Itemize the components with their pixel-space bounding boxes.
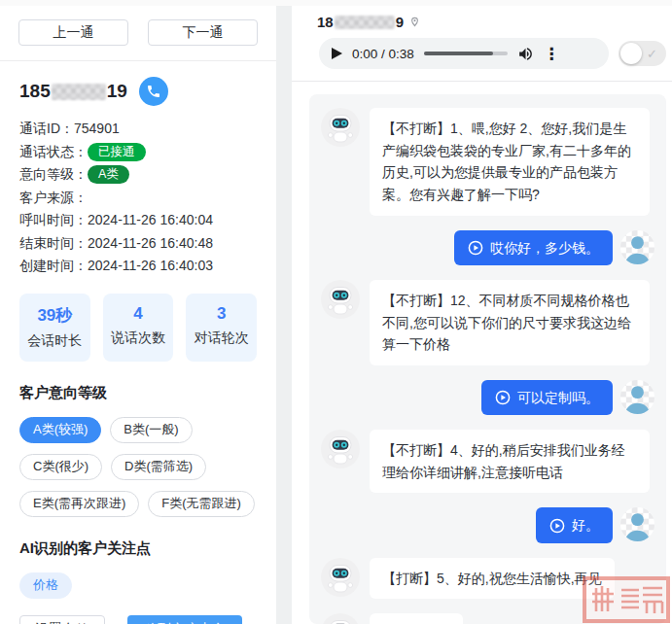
stat-value: 39秒 — [19, 304, 90, 327]
message-text: 可以定制吗。 — [517, 389, 599, 406]
phone-number: 185 19 — [19, 81, 127, 102]
phone-mosaic — [52, 84, 106, 100]
stat-label: 说话次数 — [103, 329, 174, 347]
intent-tag[interactable]: B类(一般) — [110, 417, 192, 443]
next-call-button[interactable]: 下一通 — [148, 19, 258, 46]
audio-play-button[interactable] — [332, 48, 342, 59]
chat-message: 【不打断】12、不同材质不同规格价格也不同,您可以说下你们的尺寸要求我这边给算一… — [321, 280, 654, 365]
header-phone-mosaic — [335, 16, 395, 29]
detail-value: 2024-11-26 16:40:04 — [88, 209, 213, 232]
intent-heading: 客户意向等级 — [19, 384, 257, 402]
detail-label: 呼叫时间： — [19, 209, 88, 232]
header-phone-number: 18 9 — [317, 14, 404, 30]
intent-tag[interactable]: C类(很少) — [19, 454, 102, 480]
stat-card: 39秒会话时长 — [19, 294, 90, 362]
status-badge: 已接通 — [88, 143, 146, 161]
audio-progress-fill — [424, 52, 493, 55]
focus-tag: 价格 — [19, 572, 72, 599]
detail-row: 意向等级：A类 — [19, 163, 257, 187]
chat-transcript: 【不打断】1、喂,您好 2、您好,我们是生产编织袋包装袋的专业厂家,有二十多年的… — [309, 94, 666, 624]
audio-time: 0:00 / 0:38 — [352, 47, 414, 61]
prev-call-button[interactable]: 上一通 — [18, 19, 128, 46]
stat-card: 3对话轮次 — [186, 294, 257, 362]
move-to-customer-center-button[interactable]: 移到客户中心 — [127, 615, 242, 624]
message-bubble: 【打断】5、好的,祝您生活愉快,再见 — [370, 558, 615, 600]
message-bubble: 【不打断】1、喂,您好 2、您好,我们是生产编织袋包装袋的专业厂家,有二十多年的… — [370, 108, 650, 216]
phone-prefix: 185 — [19, 81, 51, 102]
volume-icon[interactable] — [517, 46, 534, 62]
stat-label: 会话时长 — [19, 332, 90, 350]
message-text: 哎你好，多少钱。 — [490, 239, 599, 257]
detail-label: 通话状态： — [19, 141, 88, 164]
call-button[interactable] — [139, 77, 168, 106]
intent-tag-list: A类(较强)B类(一般)C类(很少)D类(需筛选)E类(需再次跟进)F类(无需跟… — [19, 417, 257, 517]
detail-row: 结束时间：2024-11-26 16:40:48 — [19, 232, 257, 256]
robot-avatar — [321, 280, 360, 319]
detail-row: 通话状态：已接通 — [19, 141, 257, 164]
detail-label: 结束时间： — [19, 232, 88, 256]
header-phone-suffix: 9 — [396, 14, 404, 30]
chat-message: 好。 — [321, 507, 654, 542]
audio-menu-icon[interactable]: ⋮ — [544, 46, 560, 62]
call-detail-panel: 上一通 下一通 185 19 通话ID：754901通话状态：已接通意向等级：A… — [0, 0, 276, 624]
call-nav-buttons: 上一通 下一通 — [0, 19, 276, 46]
chat-message: 哎你好，多少钱。 — [321, 230, 654, 265]
call-review-window: 上一通 下一通 185 19 通话ID：754901通话状态：已接通意向等级：A… — [0, 0, 672, 624]
toggle-check-icon: ✓ — [647, 47, 657, 61]
stat-label: 对话轮次 — [186, 329, 257, 347]
phone-icon — [146, 84, 161, 99]
intent-tag[interactable]: A类(较强) — [19, 417, 101, 443]
detail-value: 754901 — [74, 118, 120, 141]
focus-tag-list: 价格 — [19, 572, 257, 599]
message-bubble: 【不打断】12、不同材质不同规格价格也不同,您可以说下你们的尺寸要求我这边给算一… — [370, 280, 650, 365]
message-bubble[interactable]: 可以定制吗。 — [481, 380, 613, 415]
message-text: 好。 — [572, 516, 599, 534]
play-audio-icon[interactable] — [495, 390, 511, 405]
status-badge: A类 — [88, 165, 129, 184]
conversation-header: 18 9 — [292, 12, 672, 36]
robot-avatar — [321, 430, 360, 468]
audio-row: 0:00 / 0:38 ⋮ ✓ — [292, 36, 672, 81]
detail-row: 客户来源： — [19, 187, 257, 210]
set-valid-button[interactable]: 设置有效 — [19, 615, 105, 624]
detail-row: 呼叫时间：2024-11-26 16:40:04 — [19, 209, 257, 232]
toggle-knob — [620, 43, 642, 64]
intent-tag[interactable]: D类(需筛选) — [111, 454, 206, 480]
intent-tag[interactable]: F类(无需跟进) — [148, 491, 255, 517]
detail-label: 意向等级： — [19, 163, 88, 187]
message-bubble[interactable]: 好。 — [536, 507, 613, 542]
detail-value: 2024-11-26 16:40:03 — [88, 255, 213, 278]
detail-row: 创建时间：2024-11-26 16:40:03 — [19, 255, 257, 278]
detail-value: 2024-11-26 16:40:48 — [88, 232, 213, 256]
chat-message: 可以定制吗。 — [321, 380, 654, 415]
user-avatar — [620, 507, 654, 541]
message-bubble: 机器人挂机 — [370, 613, 463, 624]
detail-label: 创建时间： — [19, 255, 88, 278]
user-avatar — [620, 230, 654, 264]
chat-message: 机器人挂机 — [321, 613, 654, 624]
focus-heading: AI识别的客户关注点 — [19, 539, 257, 558]
stat-value: 3 — [186, 304, 257, 324]
robot-avatar — [321, 613, 360, 624]
user-avatar — [620, 380, 654, 414]
top-strip — [0, 0, 672, 6]
message-bubble[interactable]: 哎你好，多少钱。 — [454, 230, 613, 265]
message-bubble: 【不打断】4、好的,稍后安排我们业务经理给你详细讲解,注意接听电话 — [370, 430, 650, 493]
phone-row: 185 19 — [0, 61, 276, 110]
audio-progress-bar[interactable] — [424, 52, 508, 55]
audio-toggle[interactable]: ✓ — [619, 41, 666, 66]
detail-label: 客户来源： — [19, 187, 88, 210]
audio-player[interactable]: 0:00 / 0:38 ⋮ — [319, 38, 609, 69]
chat-message: 【不打断】1、喂,您好 2、您好,我们是生产编织袋包装袋的专业厂家,有二十多年的… — [321, 108, 654, 216]
play-audio-icon[interactable] — [468, 240, 483, 256]
call-stats: 39秒会话时长4说话次数3对话轮次 — [19, 294, 257, 362]
robot-avatar — [321, 108, 360, 147]
play-audio-icon[interactable] — [549, 518, 565, 534]
stat-value: 4 — [103, 304, 174, 324]
chat-message: 【不打断】4、好的,稍后安排我们业务经理给你详细讲解,注意接听电话 — [321, 430, 654, 493]
divider — [292, 81, 672, 82]
detail-row: 通话ID：754901 — [19, 118, 257, 141]
header-phone-prefix: 18 — [317, 14, 334, 30]
intent-tag[interactable]: E类(需再次跟进) — [19, 491, 139, 517]
chat-message: 【打断】5、好的,祝您生活愉快,再见 — [321, 558, 654, 600]
